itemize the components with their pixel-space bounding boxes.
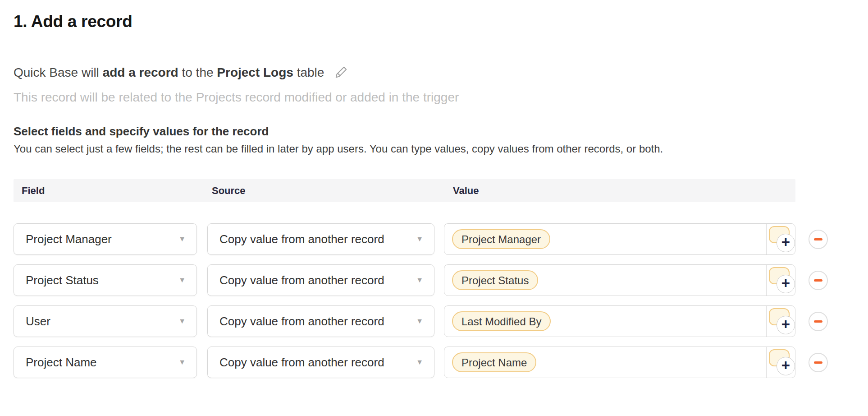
- add-field-token-button[interactable]: +: [766, 347, 795, 378]
- plus-icon: +: [777, 234, 795, 252]
- plus-icon: +: [777, 275, 795, 293]
- summary-action: add a record: [103, 65, 178, 79]
- plus-icon: +: [777, 316, 795, 334]
- summary-suffix: table: [297, 65, 324, 79]
- minus-icon: [814, 320, 822, 323]
- chevron-down-icon: ▼: [178, 277, 186, 284]
- minus-icon: [814, 361, 822, 364]
- field-mapping-row: Project Status ▼ Copy value from another…: [14, 264, 795, 297]
- value-token[interactable]: Project Name: [452, 352, 536, 372]
- field-mapping-row: User ▼ Copy value from another record ▼ …: [14, 305, 795, 338]
- minus-icon: [814, 279, 822, 282]
- field-select[interactable]: User ▼: [14, 305, 197, 337]
- summary-prefix: Quick Base will: [14, 65, 99, 79]
- value-token[interactable]: Project Manager: [452, 229, 550, 249]
- plus-icon: +: [777, 357, 795, 375]
- field-select-value: User: [26, 314, 50, 328]
- field-select[interactable]: Project Manager ▼: [14, 223, 197, 255]
- field-mapping-row: Project Name ▼ Copy value from another r…: [14, 347, 795, 379]
- chevron-down-icon: ▼: [416, 277, 423, 284]
- source-select[interactable]: Copy value from another record ▼: [207, 223, 434, 255]
- field-mapping-rows: Project Manager ▼ Copy value from anothe…: [14, 223, 795, 379]
- related-record-note: This record will be related to the Proje…: [14, 90, 795, 105]
- add-field-token-button[interactable]: +: [766, 224, 795, 254]
- summary-connector: to the: [182, 65, 213, 79]
- chevron-down-icon: ▼: [416, 236, 423, 243]
- remove-row-button[interactable]: [809, 271, 828, 290]
- column-header-value: Value: [453, 185, 479, 197]
- field-mapping-row: Project Manager ▼ Copy value from anothe…: [14, 223, 795, 256]
- add-field-token-button[interactable]: +: [766, 265, 795, 296]
- field-select-value: Project Status: [26, 273, 99, 287]
- remove-row-button[interactable]: [809, 353, 828, 372]
- field-select[interactable]: Project Name ▼: [14, 347, 197, 378]
- source-select[interactable]: Copy value from another record ▼: [207, 347, 434, 378]
- value-token[interactable]: Last Modified By: [452, 311, 551, 331]
- source-select-value: Copy value from another record: [219, 273, 384, 287]
- fields-section-heading: Select fields and specify values for the…: [14, 124, 795, 139]
- field-select-value: Project Name: [26, 356, 97, 370]
- field-select[interactable]: Project Status ▼: [14, 264, 197, 296]
- mapping-table-header: Field Source Value: [14, 179, 795, 202]
- source-select[interactable]: Copy value from another record ▼: [207, 305, 434, 337]
- step-summary: Quick Base will add a record to the Proj…: [14, 65, 795, 81]
- chevron-down-icon: ▼: [416, 359, 423, 366]
- chevron-down-icon: ▼: [178, 318, 186, 325]
- source-select[interactable]: Copy value from another record ▼: [207, 264, 434, 296]
- summary-table-name: Project Logs: [217, 65, 293, 79]
- source-select-value: Copy value from another record: [219, 314, 384, 328]
- chevron-down-icon: ▼: [416, 318, 423, 325]
- remove-row-button[interactable]: [809, 230, 828, 249]
- value-input[interactable]: Last Modified By +: [444, 305, 795, 337]
- source-select-value: Copy value from another record: [219, 232, 384, 246]
- column-header-source: Source: [212, 185, 246, 197]
- source-select-value: Copy value from another record: [219, 356, 384, 370]
- minus-icon: [814, 238, 822, 240]
- pencil-icon: [334, 74, 348, 81]
- fields-section-help: You can select just a few fields; the re…: [14, 142, 795, 156]
- edit-table-button[interactable]: [334, 65, 348, 81]
- value-token[interactable]: Project Status: [452, 270, 538, 290]
- add-field-token-button[interactable]: +: [766, 306, 795, 337]
- chevron-down-icon: ▼: [178, 236, 186, 243]
- add-record-step: 1. Add a record Quick Base will add a re…: [14, 0, 795, 388]
- value-input[interactable]: Project Status +: [444, 264, 795, 296]
- value-input[interactable]: Project Manager +: [444, 223, 795, 255]
- page-title: 1. Add a record: [14, 12, 795, 32]
- value-input[interactable]: Project Name +: [444, 347, 795, 378]
- column-header-field: Field: [22, 185, 45, 197]
- chevron-down-icon: ▼: [178, 359, 186, 366]
- remove-row-button[interactable]: [809, 312, 828, 331]
- field-select-value: Project Manager: [26, 232, 112, 246]
